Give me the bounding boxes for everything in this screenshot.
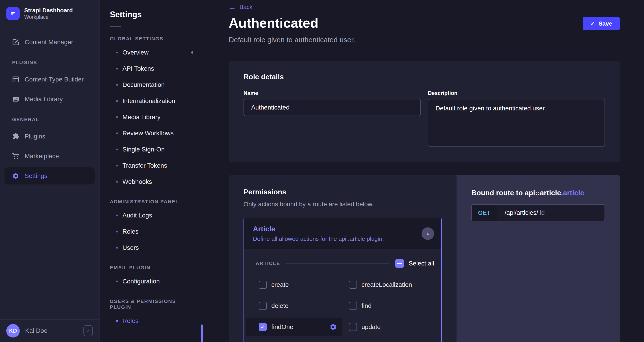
- permissions-subtitle: Only actions bound by a route are listed…: [244, 201, 442, 208]
- article-accordion-header[interactable]: Article Define all allowed actions for t…: [244, 218, 441, 249]
- subnav-item-configuration[interactable]: Configuration: [100, 273, 203, 289]
- route-path-base: /api/articles/: [504, 209, 538, 216]
- subnav-item-review-workflows[interactable]: Review Workflows: [100, 125, 203, 141]
- page-title: Authenticated: [229, 15, 318, 31]
- route-path: /api/articles/:id: [497, 205, 552, 221]
- subnav-item-documentation[interactable]: Documentation: [100, 77, 203, 93]
- permission-findOne[interactable]: ✓ findOne: [246, 317, 342, 336]
- check-icon: ✓: [260, 324, 265, 330]
- subnav-section-header: USERS & PERMISSIONS PLUGIN: [100, 298, 203, 310]
- checkbox[interactable]: [349, 281, 357, 289]
- sidebar-item-plugins[interactable]: Plugins: [4, 128, 95, 145]
- permission-delete[interactable]: delete: [246, 296, 349, 315]
- subnav-item-media-library[interactable]: Media Library: [100, 109, 203, 125]
- save-button[interactable]: ✓ Save: [583, 17, 620, 30]
- minus-icon: [397, 263, 402, 264]
- sidebar-user-row: KD Kai Doe ‹: [0, 319, 99, 342]
- permission-create[interactable]: create: [246, 275, 349, 294]
- name-field-group: Name: [244, 90, 421, 148]
- sidebar-item-label: Settings: [25, 172, 47, 180]
- cart-icon: [12, 153, 19, 160]
- save-label: Save: [598, 20, 612, 27]
- gear-icon: [12, 172, 19, 180]
- brand-text: Strapi Dashboard Workplace: [24, 7, 73, 20]
- checkbox[interactable]: [259, 302, 267, 310]
- name-label: Name: [244, 90, 421, 96]
- checkbox[interactable]: [349, 323, 357, 331]
- bullet-icon: [116, 149, 118, 150]
- back-arrow-icon: ←: [229, 4, 236, 10]
- back-link[interactable]: ← Back: [229, 4, 252, 11]
- subnav-scrollbar-thumb[interactable]: [201, 324, 203, 342]
- bullet-icon: [116, 68, 118, 70]
- content-manager-icon: [12, 39, 19, 46]
- subnav-item-internationalization[interactable]: Internationalization: [100, 93, 203, 109]
- subnav-item-users[interactable]: Users: [100, 240, 203, 256]
- permission-update[interactable]: update: [336, 317, 434, 336]
- subnav-item-admin-roles[interactable]: Roles: [100, 223, 203, 240]
- avatar[interactable]: KD: [6, 324, 20, 337]
- sidebar-item-label: Marketplace: [25, 153, 59, 160]
- chevron-left-icon: ‹: [87, 327, 89, 334]
- brand-title: Strapi Dashboard: [24, 7, 73, 14]
- subnav-item-webhooks[interactable]: Webhooks: [100, 174, 203, 190]
- name-field[interactable]: [244, 99, 421, 116]
- subnav-section-header: ADMINISTRATION PANEL: [100, 199, 203, 205]
- sidebar-item-label: Content-Type Builder: [25, 76, 84, 83]
- bound-route-heading-accent: .article: [561, 189, 584, 197]
- bullet-icon: [116, 116, 118, 118]
- workplace-switcher[interactable]: Strapi Dashboard Workplace: [0, 0, 99, 27]
- check-icon: ✓: [590, 21, 595, 27]
- role-details-form: Name Description Default role given to a…: [244, 90, 605, 148]
- article-accordion-titles: Article Define all allowed actions for t…: [253, 225, 384, 242]
- bullet-icon: [116, 181, 118, 183]
- collapse-sidebar-button[interactable]: ‹: [84, 325, 93, 336]
- subnav-item-up-roles[interactable]: Roles: [100, 313, 203, 329]
- sidebar-item-marketplace[interactable]: Marketplace: [4, 148, 95, 165]
- sidebar-item-content-type-builder[interactable]: Content-Type Builder: [4, 71, 95, 88]
- select-all-label: Select all: [408, 260, 434, 267]
- sidebar-item-label: Content Manager: [25, 39, 73, 46]
- settings-subnav: Settings GLOBAL SETTINGS Overview API To…: [100, 0, 203, 342]
- caret-up-icon: ▲: [426, 231, 430, 236]
- select-all-row: ARTICLE Select all: [256, 259, 434, 268]
- permission-find[interactable]: find: [336, 296, 434, 315]
- bound-route-panel: Bound route to api::article.article GET …: [456, 175, 620, 342]
- route-path-param: :id: [538, 209, 545, 216]
- sidebar-item-settings[interactable]: Settings: [4, 167, 95, 184]
- subnav-section-global-settings: GLOBAL SETTINGS Overview API Tokens Docu…: [100, 36, 203, 190]
- group-divider: [286, 263, 389, 264]
- permission-createLocalization[interactable]: createLocalization: [336, 275, 434, 294]
- role-details-card: Role details Name Description Default ro…: [229, 61, 620, 162]
- notification-dot-icon: [191, 51, 193, 54]
- bullet-icon: [116, 52, 118, 53]
- permissions-card: Permissions Only actions bound by a rout…: [229, 175, 456, 342]
- subnav-section-header: GLOBAL SETTINGS: [100, 36, 203, 42]
- select-all-checkbox[interactable]: [395, 259, 404, 268]
- checkbox[interactable]: [349, 302, 357, 310]
- subnav-item-transfer-tokens[interactable]: Transfer Tokens: [100, 158, 203, 174]
- subnav-item-api-tokens[interactable]: API Tokens: [100, 61, 203, 77]
- subnav-item-overview[interactable]: Overview: [100, 45, 203, 61]
- checkbox-checked[interactable]: ✓: [259, 323, 267, 331]
- bullet-icon: [116, 280, 118, 282]
- permissions-section: Permissions Only actions bound by a rout…: [229, 175, 620, 342]
- sidebar-item-content-manager[interactable]: Content Manager: [4, 34, 95, 51]
- subnav-item-audit-logs[interactable]: Audit Logs: [100, 207, 203, 223]
- select-all-control[interactable]: Select all: [395, 259, 434, 268]
- bullet-icon: [116, 231, 118, 232]
- bullet-icon: [116, 320, 118, 322]
- content-type-builder-icon: [12, 76, 19, 83]
- bullet-icon: [116, 215, 118, 216]
- checkbox[interactable]: [259, 281, 267, 289]
- sidebar-item-label: Plugins: [25, 133, 45, 140]
- subnav-section-header: EMAIL PLUGIN: [100, 265, 203, 271]
- sidebar-nav: Content Manager PLUGINS Content-Type Bui…: [0, 27, 99, 319]
- subnav-item-single-sign-on[interactable]: Single Sign-On: [100, 141, 203, 158]
- description-label: Description: [428, 90, 605, 96]
- sidebar-item-media-library[interactable]: Media Library: [4, 91, 95, 108]
- main-sidebar: Strapi Dashboard Workplace Content Manag…: [0, 0, 100, 342]
- description-field[interactable]: Default role given to authenticated user…: [428, 99, 605, 147]
- bullet-icon: [116, 84, 118, 86]
- accordion-collapse-button[interactable]: ▲: [422, 227, 434, 240]
